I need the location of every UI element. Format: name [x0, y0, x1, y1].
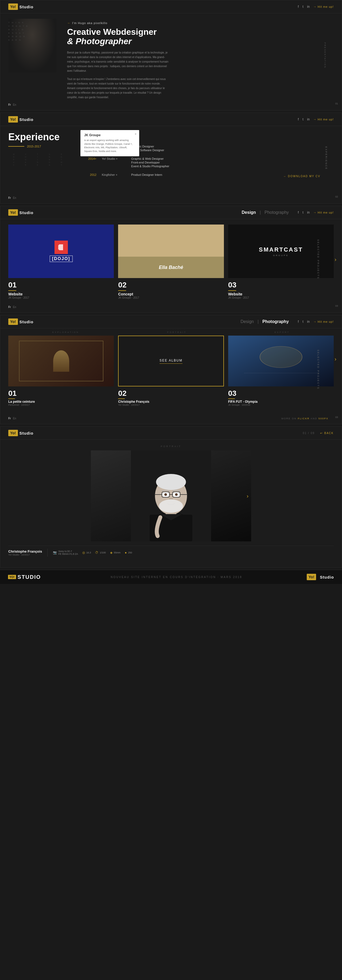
fb-icon-proj[interactable]: f: [298, 211, 299, 214]
photo-underline: [118, 398, 125, 399]
project-meta: JK Groupe · 2017: [8, 296, 114, 299]
li-icon-photo[interactable]: in: [307, 320, 309, 323]
lang-en-photo[interactable]: En: [13, 417, 16, 420]
project-name: Website: [228, 292, 334, 296]
lang-bar-proj: Fr En: [8, 305, 16, 309]
logo-text-proj: Studio: [19, 210, 34, 215]
experience-section: Yo! Studio f t in → Hit me up! Experienc…: [0, 113, 342, 204]
side-number-photo: 03: [335, 416, 338, 418]
photo-thumb-petite[interactable]: [8, 336, 114, 387]
photo-num: 01: [8, 389, 114, 398]
exp-grid: MYTUR NHING POINT UKNOW CREAT: [8, 153, 67, 166]
project-thumb-dojo[interactable]: [DOJO]: [8, 224, 114, 278]
hero-section: Yo! Studio f t in → Hit me up! T H I N K…: [0, 0, 342, 111]
exp-year: 2015-2017: [27, 145, 41, 148]
fb-icon-exp[interactable]: f: [298, 118, 299, 121]
lang-fr[interactable]: Fr: [8, 103, 11, 106]
logo-badge-exp: Yo!: [8, 116, 18, 123]
exp-date: 2014+: [75, 157, 97, 160]
portrait-person-name: Christophe François: [8, 549, 42, 554]
twitter-icon[interactable]: t: [302, 5, 303, 9]
logo-badge: Yo!: [8, 3, 18, 10]
photo-name: FIFA FUT - Olympia: [228, 400, 334, 404]
logo-text: Studio: [19, 5, 34, 9]
label-portrait: PORTRAIT: [167, 331, 187, 333]
smartcast-brand: SMARTCAST: [259, 246, 303, 253]
photo-content: EXPLORATION PORTRAIT ESPORT 01 La petite…: [0, 328, 342, 424]
spec-camera: 📷 Sony ILCE-7FE 55mm F1.8 ZA: [53, 550, 78, 555]
footer-studio: STUDIO: [17, 574, 41, 580]
exp-role: Graphic Designer: [131, 145, 334, 148]
project-num: 01: [8, 281, 114, 289]
design-tab-photo[interactable]: Design: [241, 319, 254, 324]
photo-meta: Yo! Studio · 10/2017: [118, 404, 224, 406]
portrait-person-meta: Yo! Studio · 10/2017: [8, 554, 42, 556]
flickr-bar: MORE ON FLICKR AND 500PX: [281, 417, 328, 420]
photo-category-labels: EXPLORATION PORTRAIT ESPORT: [8, 331, 334, 333]
svg-point-19: [159, 500, 183, 513]
popup-close-btn[interactable]: ×: [135, 132, 136, 136]
spec-aperture-val: 16.3: [86, 551, 91, 554]
projects-section: Yo! Studio Design | Photography f t in →…: [0, 206, 342, 313]
photography-tab[interactable]: Photography: [264, 210, 289, 215]
footer-logo: YO! STUDIO: [8, 574, 41, 580]
hero-letters: T H I N K C R E A T E B U I L D E S S A …: [8, 21, 28, 41]
lang-en[interactable]: En: [13, 103, 16, 106]
spec-shutter-val: 1/100: [100, 551, 106, 554]
footer-right-logo: Yo! Studio: [307, 574, 334, 580]
hit-me-up-photo[interactable]: → Hit me up!: [314, 320, 334, 323]
photo-underline: [8, 398, 15, 399]
side-label-proj: Selected Projects: [317, 240, 319, 279]
focal-icon: ◈: [110, 551, 112, 555]
projects-navbar: Yo! Studio Design | Photography f t in →…: [0, 206, 342, 219]
lang-en-exp[interactable]: En: [13, 196, 16, 199]
logo-text-photo: Studio: [19, 320, 34, 324]
tw-icon-photo[interactable]: t: [302, 320, 303, 323]
project-meta: JK Groupe · 2017: [118, 296, 224, 299]
smartcast-sub: GROUPE: [259, 254, 303, 257]
side-label-exp: Experience: [325, 146, 328, 170]
photography-tab-photo[interactable]: Photography: [262, 319, 289, 324]
footer-right-badge: Yo!: [307, 574, 316, 580]
dojo-logo: [DOJO]: [50, 240, 73, 262]
exp-role: App & Software Designer: [131, 148, 334, 152]
hero-left: T H I N K C R E A T E B U I L D E S S A …: [8, 19, 62, 100]
next-arrow-photo-icon[interactable]: ›: [334, 356, 336, 362]
portrait-info: Christophe François Yo! Studio · 10/2017…: [8, 546, 334, 559]
hit-me-up-exp[interactable]: → Hit me up!: [314, 118, 334, 121]
hit-me-up-link[interactable]: → Hit me up!: [314, 5, 334, 8]
tw-icon-exp[interactable]: t: [302, 118, 303, 121]
see-album-btn[interactable]: See album: [160, 359, 182, 364]
intro-name: I'm Hugo aka pixelkillo: [72, 21, 108, 25]
facebook-icon[interactable]: f: [298, 5, 299, 9]
linkedin-icon[interactable]: in: [307, 5, 309, 9]
lang-fr-exp[interactable]: Fr: [8, 196, 11, 199]
photo-thumb-album[interactable]: See album: [118, 336, 224, 387]
exp-date: 2012: [75, 173, 97, 177]
lang-fr-proj[interactable]: Fr: [8, 305, 11, 309]
photo-name: La petite ceinture: [8, 400, 114, 404]
back-button[interactable]: ↩ BACK: [320, 432, 334, 434]
hit-me-up-proj[interactable]: → Hit me up!: [314, 211, 334, 214]
project-thumb-ella[interactable]: Ella Baché: [118, 224, 224, 278]
design-tab[interactable]: Design: [242, 210, 256, 215]
fb-icon-photo[interactable]: f: [298, 320, 299, 323]
lang-bar-exp: Fr En: [8, 196, 16, 199]
back-arrow-icon: ↩: [320, 432, 323, 434]
download-cv-btn[interactable]: → DOWNLOAD MY CV: [283, 175, 320, 178]
dojo-icon: [54, 240, 68, 254]
portrait-main-image: ›: [91, 450, 251, 541]
svg-point-17: [175, 493, 178, 496]
li-icon-exp[interactable]: in: [307, 118, 309, 121]
portrait-title-label: PORTRAIT: [8, 445, 334, 448]
svg-point-16: [164, 493, 167, 496]
list-item: See album 02 Christophe François Yo! Stu…: [118, 336, 224, 406]
lang-fr-photo[interactable]: Fr: [8, 417, 11, 420]
li-icon-proj[interactable]: in: [307, 211, 309, 214]
photo-name: Christophe François: [118, 400, 224, 404]
project-meta: JK Groupe · 2017: [228, 296, 334, 299]
lang-en-proj[interactable]: En: [13, 305, 16, 309]
tw-icon-proj[interactable]: t: [302, 211, 303, 214]
portrait-next-icon[interactable]: ›: [247, 493, 249, 499]
next-arrow-icon[interactable]: ›: [334, 256, 336, 262]
